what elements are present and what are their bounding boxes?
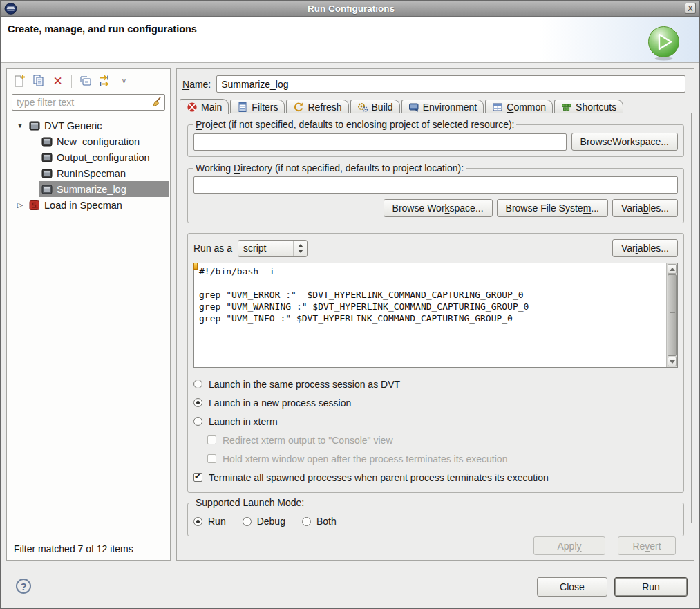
tree-item-output-configuration[interactable]: Output_configuration (7, 149, 170, 165)
browse-workspace-button[interactable]: Browse Workspace... (571, 133, 678, 151)
close-button[interactable]: Close (537, 577, 607, 597)
configurations-sidebar: ✕ ˅ ▼ DVT Generic (6, 68, 171, 561)
tab-label: Build (372, 102, 393, 113)
monitor-icon (41, 169, 53, 178)
duplicate-configuration-icon[interactable] (31, 74, 46, 88)
tab-bar: Main Filters Refresh Build (180, 99, 625, 113)
hold-xterm-option: Hold xterm window open after the process… (207, 449, 678, 468)
tree-item-label: New_configuration (57, 136, 140, 147)
wd-browse-file-system-button[interactable]: Browse File System... (497, 199, 608, 217)
redirect-xterm-option: Redirect xterm output to "Console" view (207, 431, 678, 449)
script-scrollbar[interactable] (666, 263, 677, 367)
run-as-select[interactable]: script (238, 240, 308, 257)
delete-configuration-icon[interactable]: ✕ (50, 74, 65, 88)
launch-new-session-option[interactable]: Launch in a new process session (193, 393, 678, 412)
monitor-icon (41, 137, 53, 147)
apply-button[interactable]: Apply (533, 536, 605, 555)
radio-icon[interactable] (243, 517, 252, 526)
option-label: Debug (257, 516, 285, 527)
main-tab-content: Project (if not specified, defaults to e… (180, 113, 692, 523)
tab-environment[interactable]: Environment (401, 100, 484, 113)
refresh-arrows-icon (293, 102, 304, 113)
run-play-icon (647, 26, 681, 61)
tab-label: Filters (252, 102, 278, 113)
tree-item-new-configuration[interactable]: New_configuration (7, 133, 170, 149)
launch-same-session-option[interactable]: Launch in the same process session as DV… (193, 375, 678, 393)
launch-in-xterm-option[interactable]: Launch in xterm (193, 412, 678, 431)
filter-configurations-icon[interactable] (97, 74, 112, 88)
tab-label: Main (201, 102, 222, 113)
configuration-editor: Name: Main Filters Refresh (176, 68, 694, 561)
monitor-icon (29, 121, 40, 131)
radio-icon[interactable] (193, 380, 202, 388)
new-configuration-icon[interactable] (12, 74, 26, 88)
monitor-icon (41, 153, 53, 162)
scroll-up-icon[interactable] (668, 264, 677, 274)
close-window-icon[interactable]: X (685, 3, 696, 14)
terminate-spawned-option[interactable]: Terminate all spawned processes when par… (193, 468, 678, 487)
toolbar-menu-chevron-icon[interactable]: ˅ (117, 74, 131, 88)
expander-collapsed-icon[interactable]: ▷ (15, 200, 25, 209)
tab-main[interactable]: Main (180, 99, 229, 114)
checkbox-icon (207, 454, 216, 463)
titlebar[interactable]: Run Configurations X (1, 1, 699, 17)
run-as-group: Run as a script Variables... #!/bin/bash… (187, 233, 684, 493)
script-editor[interactable]: #!/bin/bash -i grep "UVM_ERROR :" $DVT_H… (193, 263, 678, 368)
tree-item-label: Output_configuration (57, 152, 150, 163)
environment-screen-icon (408, 102, 419, 113)
option-label: Both (316, 516, 337, 527)
working-directory-input[interactable] (193, 176, 678, 194)
tab-common[interactable]: Common (485, 100, 553, 113)
collapse-all-icon[interactable] (78, 74, 93, 88)
tab-build[interactable]: Build (350, 100, 400, 113)
option-label: Launch in a new process session (209, 397, 351, 409)
filters-file-icon (237, 102, 248, 113)
expander-expanded-icon[interactable]: ▼ (15, 122, 25, 129)
combo-arrows-icon (293, 241, 307, 256)
script-text[interactable]: #!/bin/bash -i grep "UVM_ERROR :" $DVT_H… (194, 263, 677, 367)
tab-filters[interactable]: Filters (230, 100, 285, 113)
option-label: Redirect xterm output to "Console" view (223, 435, 393, 446)
run-as-label: Run as a (193, 243, 232, 254)
clear-filter-broom-icon[interactable] (151, 97, 162, 108)
tab-refresh[interactable]: Refresh (286, 100, 348, 113)
mode-debug-option[interactable]: Debug (243, 516, 285, 527)
common-table-icon (492, 102, 503, 113)
mode-both-option[interactable]: Both (302, 516, 337, 527)
radio-selected-icon[interactable] (193, 517, 202, 526)
project-group: Project (if not specified, defaults to e… (187, 119, 684, 157)
help-icon[interactable]: ? (16, 579, 31, 594)
wd-browse-workspace-button[interactable]: Browse Workspace... (384, 199, 493, 217)
revert-button[interactable]: Revert (618, 536, 676, 555)
monitor-icon (41, 185, 53, 194)
radio-icon[interactable] (302, 517, 311, 526)
tree-item-label: Summarize_log (57, 184, 126, 195)
build-gears-icon (357, 102, 368, 113)
option-label: Launch in xterm (209, 416, 278, 427)
scrollbar-thumb[interactable] (668, 274, 677, 356)
header-banner: Create, manage, and run configurations (1, 17, 699, 63)
filter-input[interactable] (12, 94, 165, 111)
radio-selected-icon[interactable] (193, 398, 202, 407)
tab-shortcuts[interactable]: Shortcuts (554, 100, 623, 113)
run-as-value: script (238, 243, 293, 254)
tree-item-dvt-generic[interactable]: ▼ DVT Generic (7, 118, 170, 133)
run-button[interactable]: Run (614, 577, 688, 597)
name-input[interactable] (216, 75, 685, 93)
wd-variables-button[interactable]: Variables... (612, 199, 678, 217)
project-input[interactable] (193, 133, 567, 151)
configuration-tree: ▼ DVT Generic New_configuration (7, 118, 170, 213)
radio-icon[interactable] (193, 417, 202, 426)
scroll-down-icon[interactable] (668, 357, 677, 366)
tree-item-summarize-log[interactable]: Summarize_log (7, 181, 170, 197)
run-configurations-dialog: Run Configurations X Create, manage, and… (0, 0, 700, 609)
sidebar-toolbar: ✕ ˅ (7, 69, 170, 93)
checkbox-checked-icon[interactable] (193, 473, 202, 482)
run-as-variables-button[interactable]: Variables... (612, 239, 678, 257)
tree-item-label: Load in Specman (44, 200, 122, 211)
selected-tree-item[interactable]: Summarize_log (39, 181, 169, 197)
tree-item-load-in-specman[interactable]: ▷ Load in Specman (7, 197, 170, 213)
tree-item-runinspecman[interactable]: RunInSpecman (7, 165, 170, 181)
mode-run-option[interactable]: Run (193, 516, 226, 527)
dialog-footer: ? Close Run (1, 565, 699, 609)
